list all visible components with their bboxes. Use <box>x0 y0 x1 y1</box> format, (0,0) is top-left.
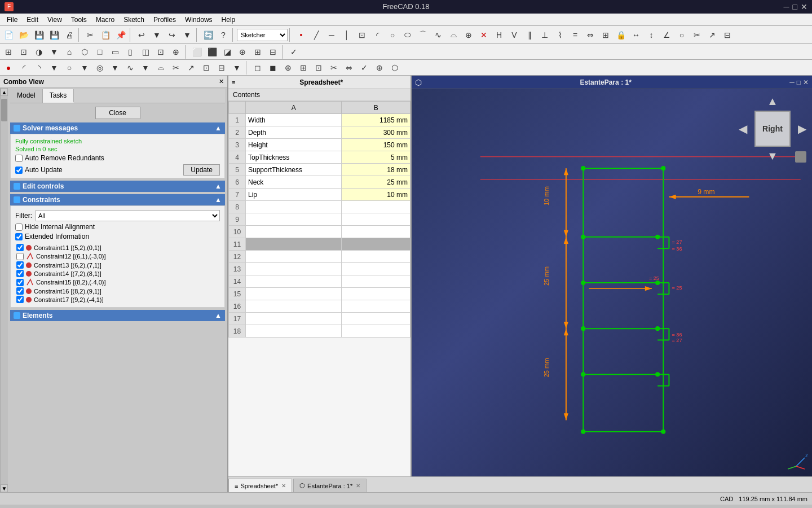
tb-arc-drop[interactable]: ◝ <box>32 60 46 75</box>
menu-view[interactable]: View <box>43 15 67 25</box>
sheet-row-9[interactable]: 9 <box>229 213 411 226</box>
nav-cube-up-arrow[interactable]: ▲ <box>767 95 778 108</box>
tb-line[interactable]: ╱ <box>309 28 324 42</box>
tb-group[interactable]: ⬜ <box>189 45 204 59</box>
tb-view-btm[interactable]: ⊡ <box>153 45 168 59</box>
sheet-row-16[interactable]: 16 <box>229 300 411 313</box>
scroll-down-arrow[interactable]: ▼ <box>1 484 8 492</box>
menu-tools[interactable]: Tools <box>67 15 91 25</box>
cell-a-18[interactable] <box>246 325 342 338</box>
menu-file[interactable]: File <box>2 15 22 25</box>
sheet-row-3[interactable]: 3Height150 mm <box>229 139 411 151</box>
tb-constraint-v[interactable]: V <box>507 28 522 42</box>
tb-save-all[interactable]: 💾 <box>32 28 46 42</box>
tb-bsp-btn[interactable]: ∿ <box>123 60 138 75</box>
tb-trim[interactable]: ✂ <box>690 28 704 42</box>
tb-attach2[interactable]: ⊡ <box>311 60 326 75</box>
c17-checkbox[interactable] <box>16 296 24 303</box>
tb-clone[interactable]: ⊕ <box>235 45 250 59</box>
tb-home[interactable]: ⌂ <box>62 45 77 59</box>
c16-checkbox[interactable] <box>16 287 24 295</box>
tb-vline[interactable]: │ <box>339 28 354 42</box>
auto-remove-checkbox[interactable] <box>15 155 23 162</box>
menu-help[interactable]: Help <box>217 15 240 25</box>
tb-block[interactable]: ⊞ <box>598 28 613 42</box>
cell-b-2[interactable]: 300 mm <box>342 126 411 139</box>
cell-a-6[interactable]: Neck <box>246 176 342 189</box>
cell-a-10[interactable] <box>246 226 342 238</box>
tb-constraint-coin[interactable]: ⊕ <box>461 28 476 42</box>
tab-3d-close[interactable]: ✕ <box>356 483 360 489</box>
tb-select-all[interactable]: ⊕ <box>169 45 183 59</box>
tb-conic-btn[interactable]: ◎ <box>92 60 107 75</box>
cell-a-2[interactable]: Depth <box>246 126 342 139</box>
tb-angle[interactable]: ∠ <box>659 28 674 42</box>
tb-circle-drop[interactable]: ▼ <box>77 60 92 75</box>
tb-external[interactable]: ◼ <box>266 60 280 75</box>
constraint-item-16[interactable]: Constraint16 [(8,2),(9,1)] <box>15 287 220 295</box>
cell-a-4[interactable]: TopThickness <box>246 151 342 164</box>
tb-symmetry[interactable]: ⇔ <box>342 60 356 75</box>
tb-view-top[interactable]: ▭ <box>108 45 122 59</box>
tb-bspline[interactable]: ∿ <box>431 28 445 42</box>
cell-a-8[interactable] <box>246 201 342 213</box>
tb-undo[interactable]: ↩ <box>134 28 149 42</box>
cell-b-7[interactable]: 10 mm <box>342 189 411 201</box>
hide-internal-checkbox[interactable] <box>15 224 23 231</box>
tb-ellipse[interactable]: ⬭ <box>400 28 415 42</box>
cell-a-3[interactable]: Height <box>246 139 342 151</box>
tb-symmetric[interactable]: ⇔ <box>583 28 598 42</box>
cell-b-17[interactable] <box>342 313 411 325</box>
cell-b-5[interactable]: 18 mm <box>342 164 411 176</box>
sheet-row-17[interactable]: 17 <box>229 313 411 325</box>
tb-validate[interactable]: ✓ <box>357 60 372 75</box>
tb-array-drop[interactable]: ▼ <box>230 60 244 75</box>
tb-radius[interactable]: ○ <box>674 28 689 42</box>
tb-body[interactable]: ◪ <box>220 45 235 59</box>
tb-ext-btn[interactable]: ↗ <box>184 60 198 75</box>
tb-pt-line[interactable]: ◜ <box>16 60 31 75</box>
view3d-content[interactable]: 10 mm 25 mm 25 mm <box>412 89 812 476</box>
combo-view-close-icon[interactable]: ✕ <box>219 78 224 85</box>
menu-macro[interactable]: Macro <box>91 15 119 25</box>
view3d-min-btn[interactable]: ─ <box>789 78 795 86</box>
c12-checkbox[interactable] <box>16 253 24 260</box>
sheet-row-10[interactable]: 10 <box>229 226 411 238</box>
tb-rect[interactable]: ⊡ <box>355 28 369 42</box>
constraint-item-11[interactable]: Constraint11 [(5,2),(0,1)] <box>15 243 220 252</box>
tb-fillet-btn[interactable]: ⌓ <box>153 60 168 75</box>
sheet-row-18[interactable]: 18 <box>229 325 411 338</box>
sheet-row-1[interactable]: 1Width1185 mm <box>229 114 411 126</box>
filter-select[interactable]: All <box>36 210 220 221</box>
sheet-row-15[interactable]: 15 <box>229 288 411 300</box>
cell-b-16[interactable] <box>342 300 411 313</box>
tb-array[interactable]: ⊞ <box>250 45 265 59</box>
cell-b-8[interactable] <box>342 201 411 213</box>
constraints-collapse-icon[interactable]: ▲ <box>215 196 222 204</box>
workbench-selector[interactable]: Sketcher <box>237 29 288 41</box>
col-b-header[interactable]: B <box>342 102 411 114</box>
sheet-row-6[interactable]: 6Neck25 mm <box>229 176 411 189</box>
nav-cube-face[interactable]: Right <box>754 111 791 147</box>
tb-redo-drop[interactable]: ▼ <box>180 28 195 42</box>
tb-toggleconstr[interactable]: ⊞ <box>296 60 311 75</box>
tb-mirror-btn[interactable]: ⊟ <box>214 60 229 75</box>
cell-b-18[interactable] <box>342 325 411 338</box>
cell-a-7[interactable]: Lip <box>246 189 342 201</box>
col-a-header[interactable]: A <box>246 102 342 114</box>
tb-print[interactable]: 🖨 <box>62 28 77 42</box>
scroll-up-arrow[interactable]: ▲ <box>1 88 8 96</box>
tb-split-btn[interactable]: ⊡ <box>199 60 214 75</box>
tb-redo[interactable]: ↪ <box>165 28 179 42</box>
tb-circle[interactable]: ○ <box>385 28 400 42</box>
tb-dist-v[interactable]: ↕ <box>644 28 659 42</box>
sheet-row-13[interactable]: 13 <box>229 263 411 275</box>
cell-a-9[interactable] <box>246 213 342 226</box>
constraint-item-14[interactable]: Constraint14 [(7,2),(8,1)] <box>15 269 220 278</box>
tb-arc[interactable]: ◜ <box>370 28 385 42</box>
menu-windows[interactable]: Windows <box>180 15 217 25</box>
cell-b-3[interactable]: 150 mm <box>342 139 411 151</box>
cell-a-5[interactable]: SupportThickness <box>246 164 342 176</box>
tb-help[interactable]: ? <box>216 28 231 42</box>
tb-construction[interactable]: ◻ <box>250 60 265 75</box>
